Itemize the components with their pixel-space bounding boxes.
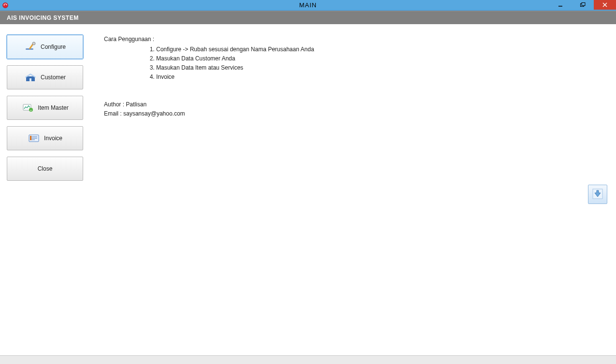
maximize-button[interactable] (572, 0, 594, 10)
usage-step: Invoice (156, 73, 606, 82)
status-bar (0, 355, 616, 364)
app-header: AIS INVOICING SYSTEM (0, 11, 616, 24)
item-master-label: Item Master (38, 104, 68, 111)
invoice-label: Invoice (44, 135, 62, 142)
svg-rect-20 (30, 136, 31, 140)
email-line: Email : saysansay@yahoo.com (104, 109, 606, 118)
svg-rect-12 (29, 78, 31, 81)
svg-rect-2 (558, 6, 562, 7)
configure-button[interactable]: Configure (7, 35, 83, 59)
sidebar: Configure Customer + Item (7, 35, 83, 187)
usage-heading: Cara Penggunaan : (104, 35, 606, 44)
download-arrow-icon (592, 189, 603, 201)
close-button[interactable]: Close (7, 157, 83, 181)
usage-step: Configure -> Rubah sesusai dengan Nama P… (156, 45, 606, 54)
svg-point-0 (3, 2, 8, 8)
customer-icon (24, 72, 38, 83)
close-window-button[interactable] (594, 0, 616, 10)
close-label: Close (38, 165, 53, 172)
svg-text:+: + (30, 109, 32, 112)
download-button[interactable] (588, 185, 607, 204)
main-content: Cara Penggunaan : Configure -> Rubah ses… (104, 35, 606, 118)
app-title: AIS INVOICING SYSTEM (7, 15, 79, 21)
customer-label: Customer (41, 74, 66, 81)
usage-step: Masukan Data Customer Anda (156, 54, 606, 63)
app-icon (2, 2, 9, 9)
window-controls (549, 0, 616, 10)
customer-button[interactable]: Customer (7, 65, 83, 89)
usage-steps: Configure -> Rubah sesusai dengan Nama P… (104, 45, 606, 82)
configure-icon (24, 41, 38, 53)
configure-label: Configure (41, 44, 66, 50)
window-title: MAIN (299, 1, 317, 9)
invoice-icon (28, 132, 41, 144)
usage-step: Masukan Data Item atau Services (156, 63, 606, 73)
window-titlebar: MAIN (0, 0, 616, 11)
invoice-button[interactable]: Invoice (7, 126, 83, 150)
client-area: Configure Customer + Item (0, 24, 616, 355)
minimize-button[interactable] (549, 0, 572, 10)
author-line: Author : Patlisan (104, 100, 606, 109)
svg-point-9 (32, 42, 35, 45)
item-master-button[interactable]: + Item Master (7, 96, 83, 120)
item-master-icon: + (21, 102, 35, 114)
svg-rect-4 (582, 3, 585, 6)
